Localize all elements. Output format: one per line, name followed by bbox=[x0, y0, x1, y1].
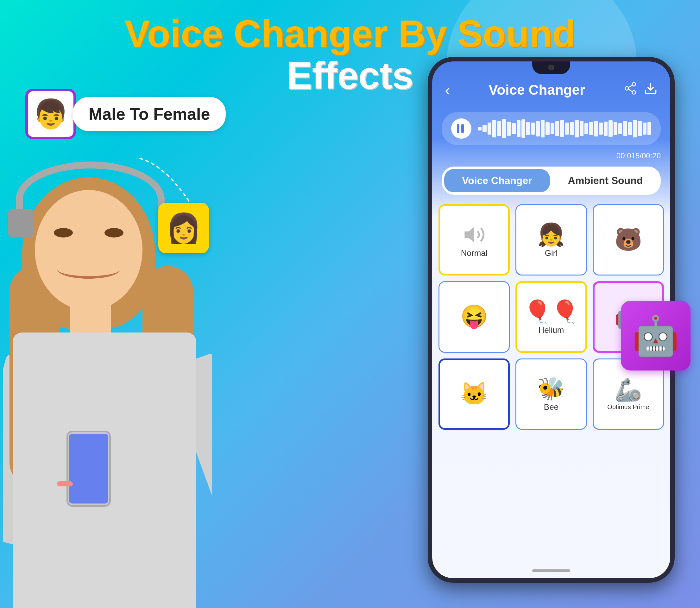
wave-bar bbox=[507, 121, 511, 136]
wave-bar bbox=[608, 120, 612, 137]
male-icon: 👦 bbox=[25, 89, 76, 139]
camera bbox=[548, 64, 554, 70]
wave-bar bbox=[483, 125, 486, 132]
back-button[interactable]: ‹ bbox=[445, 80, 450, 99]
voice-option-bear[interactable]: 🐻 bbox=[593, 204, 664, 276]
female-badge: 👩 bbox=[158, 203, 209, 253]
wave-bar bbox=[633, 120, 637, 137]
wave-bar bbox=[643, 122, 646, 135]
robot-highlight-badge: 🤖 bbox=[621, 301, 691, 370]
wave-bar bbox=[599, 122, 603, 135]
svg-marker-7 bbox=[465, 228, 473, 241]
voice-option-girl[interactable]: 👧 Girl bbox=[516, 204, 587, 276]
wave-bar bbox=[478, 127, 482, 131]
wave-bar bbox=[638, 121, 641, 136]
wave-bar bbox=[614, 122, 617, 135]
wave-bar bbox=[521, 119, 525, 138]
wave-bar bbox=[580, 121, 583, 136]
male-badge: 👦 Male To Female bbox=[25, 89, 226, 139]
tab-voice-changer[interactable]: Voice Changer bbox=[444, 169, 550, 192]
wave-bar bbox=[560, 120, 564, 137]
wave-bar bbox=[512, 123, 516, 134]
voice-option-cat[interactable]: 🐱 bbox=[439, 359, 510, 430]
phone-notch bbox=[532, 61, 570, 74]
wave-bar bbox=[536, 121, 540, 136]
wave-bar bbox=[604, 121, 607, 136]
wave-bar bbox=[541, 120, 545, 137]
bee-label: Bee bbox=[544, 402, 559, 412]
badge-label: Male To Female bbox=[73, 97, 226, 131]
wave-bar bbox=[502, 119, 506, 138]
wave-bar bbox=[517, 120, 521, 137]
wave-bar bbox=[589, 122, 593, 135]
wave-bar bbox=[647, 122, 651, 135]
wave-bar bbox=[497, 121, 501, 136]
wave-bar bbox=[555, 121, 559, 136]
wave-bar bbox=[570, 122, 574, 135]
title-line1: Voice Changer By Sound bbox=[0, 13, 700, 55]
wave-bar bbox=[565, 122, 569, 135]
optimus-label: Optimus Prime bbox=[607, 403, 649, 411]
waveform-visual bbox=[478, 119, 651, 138]
voice-option-bee[interactable]: 🐝 Bee bbox=[516, 359, 587, 430]
wave-bar bbox=[594, 121, 598, 136]
svg-point-2 bbox=[625, 87, 629, 90]
wave-bar bbox=[628, 122, 632, 135]
wave-bar bbox=[526, 122, 530, 135]
wave-bar bbox=[618, 123, 622, 134]
voice-option-normal[interactable]: Normal bbox=[439, 204, 510, 276]
scroll-indicator bbox=[532, 569, 570, 572]
wave-bar bbox=[545, 122, 549, 135]
download-icon[interactable] bbox=[644, 81, 658, 98]
voice-option-helium[interactable]: 🎈🎈 Helium bbox=[516, 281, 587, 353]
share-icon[interactable] bbox=[623, 81, 637, 98]
wave-bar bbox=[623, 121, 627, 136]
svg-point-1 bbox=[632, 83, 636, 86]
wave-bar bbox=[492, 120, 496, 137]
wave-bar bbox=[575, 120, 579, 137]
wave-bar bbox=[584, 123, 588, 134]
wave-bar bbox=[488, 122, 491, 135]
tab-ambient-sound[interactable]: Ambient Sound bbox=[552, 169, 658, 192]
normal-label: Normal bbox=[461, 248, 488, 258]
svg-point-3 bbox=[632, 91, 636, 94]
girl-label: Girl bbox=[545, 248, 558, 258]
voice-option-laugh[interactable]: 😝 bbox=[439, 281, 510, 353]
header-actions bbox=[623, 81, 658, 98]
wave-bar bbox=[531, 122, 535, 135]
svg-line-4 bbox=[628, 89, 633, 92]
time-display: 00:015/00:20 bbox=[432, 151, 661, 160]
wave-bar bbox=[550, 123, 555, 134]
app-title: Voice Changer bbox=[488, 82, 585, 98]
helium-label: Helium bbox=[539, 325, 564, 335]
tab-bar: Voice Changer Ambient Sound bbox=[442, 167, 661, 195]
waveform-player bbox=[442, 112, 661, 145]
svg-line-5 bbox=[628, 85, 633, 88]
pause-button[interactable] bbox=[451, 118, 471, 139]
